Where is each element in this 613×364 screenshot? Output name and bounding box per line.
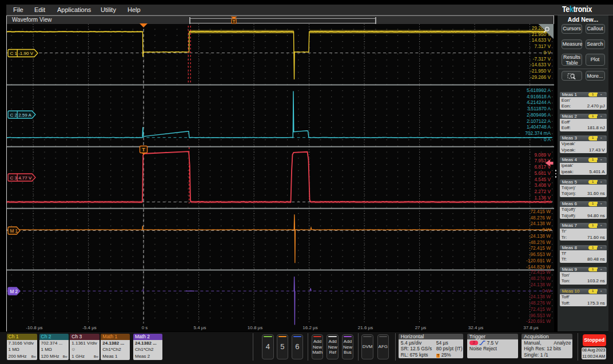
svg-text:3.408 V: 3.408 V: [534, 182, 551, 188]
svg-text:72.415 W: 72.415 W: [530, 269, 551, 275]
svg-text:-14.633 V: -14.633 V: [530, 62, 551, 67]
svg-text:4.916618 A: 4.916618 A: [527, 94, 551, 99]
svg-text:4.214244 A: 4.214244 A: [527, 99, 551, 105]
svg-text:-120.691 W: -120.691 W: [526, 258, 551, 263]
svg-text:2.107122 A: 2.107122 A: [527, 118, 551, 124]
svg-text:-29.266 V: -29.266 V: [530, 74, 551, 80]
svg-text:48.276 W: 48.276 W: [530, 275, 551, 281]
svg-text:-7.317 V: -7.317 V: [533, 56, 551, 62]
svg-text:0 s: 0 s: [142, 325, 148, 330]
svg-text:0 W: 0 W: [542, 227, 551, 233]
svg-text:0 W: 0 W: [542, 288, 551, 294]
svg-text:0 V: 0 V: [544, 50, 551, 55]
svg-text:702.374 mA: 702.374 mA: [525, 130, 551, 136]
svg-text:-24.138 W: -24.138 W: [529, 233, 551, 239]
svg-text:C 3 4.77 V: C 3 4.77 V: [10, 175, 32, 181]
svg-text:0 A: 0 A: [544, 137, 551, 142]
svg-text:48.276 W: 48.276 W: [530, 215, 551, 221]
svg-text:24.138 W: 24.138 W: [530, 282, 551, 287]
svg-text:16.2 µs: 16.2 µs: [302, 325, 317, 330]
svg-text:9.089 V: 9.089 V: [534, 152, 551, 158]
svg-text:21.6 µs: 21.6 µs: [358, 325, 373, 330]
svg-text:72.415 W: 72.415 W: [530, 209, 551, 214]
svg-text:14.633 V: 14.633 V: [532, 37, 551, 43]
svg-text:M 2: M 2: [10, 289, 18, 294]
svg-text:5.618992 A: 5.618992 A: [527, 87, 551, 93]
svg-text:10.8 µs: 10.8 µs: [248, 325, 262, 330]
svg-text:37.8 µs: 37.8 µs: [523, 325, 538, 330]
svg-text:27 µs: 27 µs: [415, 325, 427, 330]
svg-text:-5.4 µs: -5.4 µs: [82, 325, 97, 330]
svg-text:T: T: [142, 147, 145, 153]
svg-text:-21.950 V: -21.950 V: [530, 68, 551, 74]
svg-text:1.404748 A: 1.404748 A: [527, 124, 551, 130]
svg-text:32.4 µs: 32.4 µs: [468, 325, 483, 330]
svg-text:-96.553 W: -96.553 W: [529, 251, 551, 257]
svg-text:0 V: 0 V: [544, 199, 551, 205]
svg-text:-24.138 W: -24.138 W: [529, 294, 551, 299]
svg-text:-72.415 W: -72.415 W: [529, 306, 551, 312]
svg-text:-144.829 W: -144.829 W: [526, 264, 551, 270]
svg-text:3.511870 A: 3.511870 A: [527, 106, 551, 111]
svg-text:T: T: [233, 19, 236, 24]
svg-text:-120.691 W: -120.691 W: [526, 318, 551, 324]
svg-text:-48.276 W: -48.276 W: [529, 300, 551, 306]
svg-text:24.138 W: 24.138 W: [530, 221, 551, 226]
svg-text:2.809496 A: 2.809496 A: [527, 112, 551, 118]
svg-text:C 2 2.59 A: C 2 2.59 A: [10, 113, 32, 118]
svg-text:-72.415 W: -72.415 W: [529, 245, 551, 251]
svg-text:2.272 V: 2.272 V: [534, 189, 551, 194]
svg-text:5.4 µs: 5.4 µs: [194, 325, 206, 330]
svg-text:5.681 V: 5.681 V: [534, 170, 551, 176]
svg-text:4.545 V: 4.545 V: [534, 177, 551, 182]
svg-text:7.317 V: 7.317 V: [534, 43, 551, 49]
svg-text:-48.276 W: -48.276 W: [529, 239, 551, 245]
svg-text:-96.553 W: -96.553 W: [529, 313, 551, 318]
svg-text:M 1: M 1: [10, 229, 18, 234]
svg-text:C 1 -1.90 V: C 1 -1.90 V: [10, 51, 34, 56]
svg-text:-10.8 µs: -10.8 µs: [26, 325, 42, 330]
